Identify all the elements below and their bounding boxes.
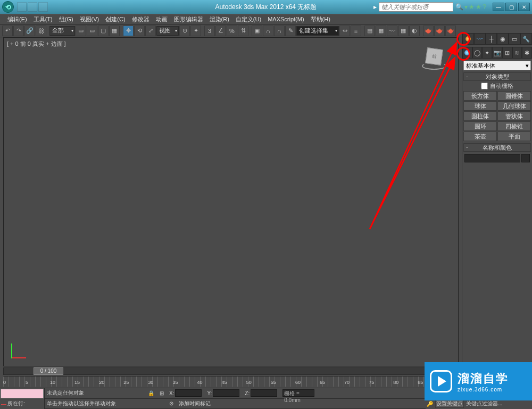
subtab-systems[interactable]: ✱ bbox=[522, 47, 532, 59]
undo-icon[interactable]: ↶ bbox=[2, 26, 13, 36]
window-crossing-icon[interactable]: ▦ bbox=[109, 26, 120, 36]
menu-customize[interactable]: 自定义(U) bbox=[232, 14, 264, 24]
object-name-input[interactable] bbox=[464, 154, 520, 162]
tab-motion[interactable]: ◉ bbox=[497, 33, 509, 45]
z-input[interactable] bbox=[251, 389, 277, 397]
time-slider[interactable]: 0 / 100 bbox=[3, 367, 449, 375]
paint-icon[interactable]: ✎ bbox=[285, 26, 296, 36]
viewport-label[interactable]: [ + 0 前 0 真实 + 边面 ] bbox=[7, 40, 66, 48]
qat-undo-icon[interactable] bbox=[17, 2, 27, 12]
search-icon[interactable]: 🔍 bbox=[455, 3, 463, 11]
qat-redo-icon[interactable] bbox=[28, 2, 37, 12]
tab-hierarchy[interactable]: ┼ bbox=[486, 33, 497, 45]
key-icon[interactable]: ▾ bbox=[464, 3, 468, 11]
menu-help[interactable]: 帮助(H) bbox=[307, 14, 334, 24]
infocenter-search-input[interactable] bbox=[379, 2, 453, 12]
autogrid-checkbox[interactable]: 自动栅格 bbox=[462, 81, 532, 91]
menu-rendering[interactable]: 渲染(R) bbox=[206, 14, 232, 24]
primitive-torus-button[interactable]: 圆环 bbox=[463, 121, 497, 131]
refcoord-combo[interactable]: 视图 bbox=[156, 26, 179, 36]
subtab-shapes[interactable]: ◯ bbox=[472, 47, 483, 59]
menu-edit[interactable]: 编辑(E) bbox=[4, 14, 30, 24]
subtab-helpers[interactable]: ⊞ bbox=[502, 47, 512, 59]
manipulate-icon[interactable]: ✦ bbox=[190, 26, 201, 36]
help-icon[interactable]: ? bbox=[483, 3, 486, 11]
subtab-spacewarps[interactable]: ≋ bbox=[512, 47, 522, 59]
x-input[interactable] bbox=[175, 389, 202, 397]
menu-tools[interactable]: 工具(T) bbox=[30, 14, 56, 24]
tab-modify[interactable]: 〰 bbox=[474, 33, 486, 45]
setkey-icon[interactable]: 🔑 bbox=[427, 401, 433, 407]
subtab-lights[interactable]: ✦ bbox=[482, 47, 492, 59]
app-logo[interactable]: ⟲ bbox=[2, 1, 14, 13]
primitive-cone-button[interactable]: 圆锥体 bbox=[497, 91, 531, 101]
magnet-icon[interactable]: ∩ bbox=[263, 26, 273, 36]
coords-mode-icon[interactable]: ⊞ bbox=[160, 390, 164, 396]
render-frame-icon[interactable]: 🫖 bbox=[434, 26, 445, 36]
select-region-icon[interactable]: ▢ bbox=[98, 26, 109, 36]
minimize-button[interactable]: — bbox=[493, 3, 504, 11]
add-time-tag[interactable]: 添加时间标记 bbox=[179, 400, 211, 407]
rollup-object-type[interactable]: 对象类型 bbox=[463, 72, 531, 81]
viewcube[interactable]: 前 bbox=[424, 46, 445, 68]
named-selection-combo[interactable]: 创建选择集 bbox=[296, 26, 339, 36]
select-icon[interactable]: ▭ bbox=[76, 26, 86, 36]
maximize-button[interactable]: ▢ bbox=[505, 3, 517, 11]
primitive-cylinder-button[interactable]: 圆柱体 bbox=[463, 111, 497, 121]
layer-icon[interactable]: ▤ bbox=[364, 26, 375, 36]
category-dropdown[interactable]: 标准基本体 bbox=[463, 61, 531, 70]
render-setup-icon[interactable]: 🫖 bbox=[423, 26, 434, 36]
material-editor-icon[interactable]: ◐ bbox=[409, 26, 420, 36]
tab-utilities[interactable]: 🔧 bbox=[520, 33, 532, 45]
time-ruler[interactable]: 0 5 10 15 20 25 30 35 40 45 50 55 60 65 … bbox=[3, 376, 449, 387]
select-rotate-icon[interactable]: ⟲ bbox=[134, 26, 145, 36]
select-name-icon[interactable]: ▭ bbox=[87, 26, 97, 36]
lock-icon[interactable]: 🔒 bbox=[148, 390, 154, 396]
qat-dropdown-icon[interactable] bbox=[38, 2, 48, 12]
tab-create[interactable] bbox=[462, 33, 474, 45]
viewport[interactable]: [ + 0 前 0 真实 + 边面 ] 前 bbox=[3, 37, 459, 366]
star-icon[interactable]: ★ bbox=[469, 3, 475, 11]
select-scale-icon[interactable]: ⤢ bbox=[145, 26, 156, 36]
subtab-geometry[interactable] bbox=[462, 47, 472, 59]
primitive-teapot-button[interactable]: 茶壶 bbox=[463, 132, 497, 141]
subtab-cameras[interactable]: 📷 bbox=[492, 47, 502, 59]
redo-icon[interactable]: ↷ bbox=[13, 26, 24, 36]
script-mini-listener[interactable] bbox=[1, 389, 44, 398]
snap-toggle-icon[interactable]: 3 bbox=[204, 26, 215, 36]
keyfilter-label[interactable]: 关键点过滤器... bbox=[466, 400, 502, 407]
unlink-icon[interactable]: ⛓ bbox=[36, 26, 46, 36]
close-button[interactable]: ✕ bbox=[518, 3, 530, 11]
time-slider-thumb[interactable]: 0 / 100 bbox=[34, 367, 63, 375]
primitive-geosphere-button[interactable]: 几何球体 bbox=[497, 101, 531, 111]
angle-snap-icon[interactable]: ∠ bbox=[215, 26, 226, 36]
viewcube-ring-icon[interactable] bbox=[422, 62, 446, 70]
primitive-sphere-button[interactable]: 球体 bbox=[463, 101, 497, 111]
menu-maxscript[interactable]: MAXScript(M) bbox=[264, 15, 307, 23]
curve-editor-icon[interactable]: 〰 bbox=[387, 26, 397, 36]
primitive-tube-button[interactable]: 管状体 bbox=[497, 111, 531, 121]
pivot-icon[interactable]: ⊙ bbox=[179, 26, 190, 36]
link-icon[interactable]: 🔗 bbox=[24, 26, 35, 36]
selection-filter-combo[interactable]: 全部 bbox=[49, 26, 75, 36]
object-color-swatch[interactable] bbox=[521, 154, 530, 162]
schematic-icon[interactable]: ▦ bbox=[398, 26, 409, 36]
menu-grapheditors[interactable]: 图形编辑器 bbox=[171, 14, 206, 24]
time-tag-icon[interactable]: ⊘ bbox=[169, 400, 173, 406]
select-move-icon[interactable]: ✥ bbox=[123, 26, 134, 36]
graphite-icon[interactable]: ▦ bbox=[376, 26, 386, 36]
menu-group[interactable]: 组(G) bbox=[56, 14, 77, 24]
spinner-snap-icon[interactable]: ⇅ bbox=[238, 26, 248, 36]
y-input[interactable] bbox=[213, 389, 239, 397]
rollup-name-color[interactable]: 名称和颜色 bbox=[463, 143, 531, 152]
menu-views[interactable]: 视图(V) bbox=[77, 14, 103, 24]
magnet2-icon[interactable]: ∩ bbox=[274, 26, 285, 36]
menu-modifiers[interactable]: 修改器 bbox=[129, 14, 153, 24]
edit-named-sel-icon[interactable]: ▣ bbox=[252, 26, 262, 36]
primitive-pyramid-button[interactable]: 四棱锥 bbox=[497, 121, 531, 131]
render-icon[interactable]: 🫖 bbox=[445, 26, 456, 36]
tab-display[interactable]: ▭ bbox=[509, 33, 520, 45]
align-icon[interactable]: ≡ bbox=[351, 26, 361, 36]
setkey-button[interactable]: 设置关键点 bbox=[435, 399, 464, 408]
percent-snap-icon[interactable]: % bbox=[227, 26, 237, 36]
